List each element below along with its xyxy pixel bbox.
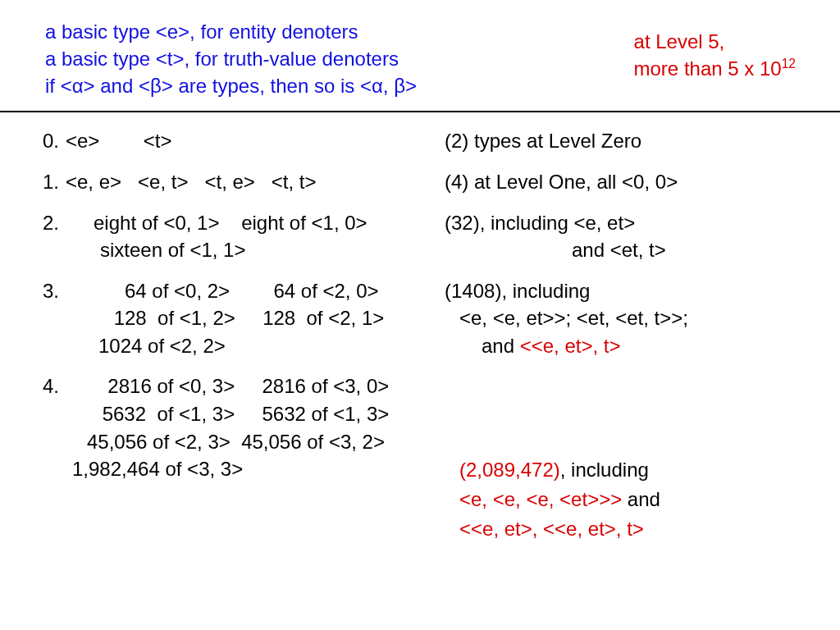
header-right-2-exp: 12 (782, 57, 796, 71)
row-4-num: 4. (43, 372, 66, 400)
row-3-num: 3. (43, 277, 66, 305)
row-4-l1: 2816 of <0, 3> 2816 of <3, 0> (66, 375, 389, 397)
row-2-left: 2.eight of <0, 1> eight of <1, 0> sixtee… (43, 209, 445, 264)
header-line-3: if <α> and <β> are types, then so is <α,… (45, 72, 417, 99)
row-4-left: 4. 2816 of <0, 3> 2816 of <3, 0> 5632 of… (43, 372, 445, 482)
row-3-r1: (1408), including (445, 277, 802, 305)
row-2-r2: and <et, t> (445, 236, 802, 264)
row-3: 3. 64 of <0, 2> 64 of <2, 0> 128 of <1, … (43, 277, 802, 360)
row-4-r1rest: , including (560, 459, 649, 481)
row-4-r1: (2,089,472), including (459, 455, 660, 485)
row-3-r2: <e, <e, et>>; <et, <et, t>>; (445, 304, 802, 332)
row-2-num: 2. (43, 209, 66, 237)
header-left: a basic type <e>, for entity denoters a … (45, 18, 417, 99)
row-3-right: (1408), including <e, <e, et>>; <et, <et… (445, 277, 802, 360)
row-4-l3: 45,056 of <2, 3> 45,056 of <3, 2> (43, 428, 445, 456)
slide: a basic type <e>, for entity denoters a … (0, 0, 840, 630)
row-1-right: (4) at Level One, all <0, 0> (445, 168, 802, 196)
row-2-r1: (32), including <e, et> (445, 209, 802, 237)
row-1-num: 1. (43, 168, 66, 196)
row-2-l1: eight of <0, 1> eight of <1, 0> (66, 212, 368, 234)
row-4-r2and: and (628, 488, 660, 510)
row-3-l1: 64 of <0, 2> 64 of <2, 0> (66, 280, 379, 302)
row-3-left: 3. 64 of <0, 2> 64 of <2, 0> 128 of <1, … (43, 277, 445, 360)
row-3-l3: 1024 of <2, 2> (43, 332, 445, 360)
row-3-r3: and <<e, et>, t> (445, 332, 802, 360)
header-right: at Level 5, more than 5 x 1012 (634, 18, 799, 82)
row-4-l2: 5632 of <1, 3> 5632 of <1, 3> (43, 400, 445, 428)
row-0-types: <e> <t> (66, 130, 171, 152)
row-1-types: <e, e> <e, t> <t, e> <t, t> (66, 171, 317, 193)
header-line-2: a basic type <t>, for truth-value denote… (45, 45, 417, 72)
row-4: 4. 2816 of <0, 3> 2816 of <3, 0> 5632 of… (43, 372, 802, 482)
row-2: 2.eight of <0, 1> eight of <1, 0> sixtee… (43, 209, 802, 264)
row-0-left: 0.<e> <t> (43, 127, 445, 155)
row-0-right: (2) types at Level Zero (445, 127, 802, 155)
row-4-r2a: <e, <e, <e, <et>>> (459, 488, 628, 510)
row-0-num: 0. (43, 127, 66, 155)
row-3-r3a: and (482, 335, 520, 357)
header: a basic type <e>, for entity denoters a … (0, 0, 840, 107)
row-1: 1.<e, e> <e, t> <t, e> <t, t> (4) at Lev… (43, 168, 802, 196)
row-0: 0.<e> <t> (2) types at Level Zero (43, 127, 802, 155)
row-4-r2: <e, <e, <e, <et>>> and (459, 485, 660, 514)
header-right-2: more than 5 x 1012 (634, 55, 796, 82)
row-3-l2: 128 of <1, 2> 128 of <2, 1> (43, 304, 445, 332)
row-4-r1red: (2,089,472) (459, 459, 560, 481)
header-right-1: at Level 5, (634, 28, 796, 55)
row-4-right: (2,089,472), including <e, <e, <e, <et>>… (459, 455, 660, 544)
content: 0.<e> <t> (2) types at Level Zero 1.<e, … (0, 112, 840, 483)
row-2-right: (32), including <e, et> and <et, t> (445, 209, 802, 264)
row-1-left: 1.<e, e> <e, t> <t, e> <t, t> (43, 168, 445, 196)
header-line-1: a basic type <e>, for entity denoters (45, 18, 417, 45)
row-4-l4: 1,982,464 of <3, 3> (43, 455, 445, 483)
header-right-2-text: more than 5 x 10 (634, 57, 782, 80)
row-4-r3red: <<e, et>, <<e, et>, t> (459, 514, 660, 544)
row-3-r3red: <<e, et>, t> (520, 335, 621, 357)
row-2-l2: sixteen of <1, 1> (92, 239, 245, 261)
